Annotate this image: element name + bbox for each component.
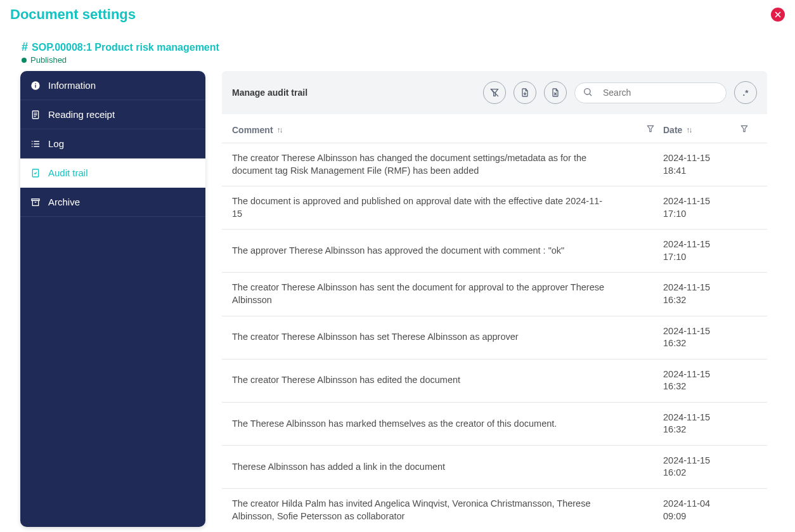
filter-off-icon bbox=[489, 88, 500, 98]
filter-icon[interactable] bbox=[740, 124, 749, 135]
svg-point-24 bbox=[585, 88, 590, 94]
sidebar: Information Reading receipt Log Audit tr… bbox=[20, 71, 205, 527]
export-doc-button[interactable] bbox=[514, 81, 536, 104]
cell-comment: The creator Therese Albinsson has edited… bbox=[232, 368, 638, 393]
status-badge: Published bbox=[22, 55, 795, 65]
scroll-area[interactable]: Manage audit trail bbox=[222, 71, 776, 527]
file-excel-icon bbox=[550, 88, 560, 98]
cell-date: 2024-11-04 09:09 bbox=[663, 498, 732, 522]
sidebar-item-archive[interactable]: Archive bbox=[20, 188, 205, 217]
filter-icon[interactable] bbox=[646, 124, 655, 135]
receipt-icon bbox=[30, 110, 41, 120]
table-row[interactable]: The document is approved and published o… bbox=[222, 186, 767, 230]
svg-rect-4 bbox=[35, 83, 36, 84]
column-date-header[interactable]: Date bbox=[663, 125, 682, 135]
svg-rect-3 bbox=[35, 84, 36, 88]
main-content: Manage audit trail bbox=[222, 71, 795, 527]
svg-rect-17 bbox=[32, 200, 38, 205]
search-box[interactable] bbox=[574, 82, 727, 103]
sort-icon[interactable]: ↑↓ bbox=[277, 126, 282, 134]
sidebar-item-label: Information bbox=[48, 80, 96, 91]
document-header: # SOP.00008:1 Product risk management Pu… bbox=[0, 28, 795, 71]
cell-date: 2024-11-15 16:02 bbox=[663, 455, 732, 479]
panel-title: Manage audit trail bbox=[232, 88, 307, 98]
table-header: Comment ↑↓ Date ↑↓ bbox=[222, 114, 767, 143]
cell-date: 2024-11-15 17:10 bbox=[663, 238, 732, 263]
clear-filter-button[interactable] bbox=[483, 81, 506, 104]
table-row[interactable]: Therese Albinsson has added a link in th… bbox=[222, 446, 767, 489]
status-text: Published bbox=[30, 55, 67, 65]
panel-header: Manage audit trail bbox=[222, 71, 767, 114]
sort-icon[interactable]: ↑↓ bbox=[686, 126, 691, 134]
search-icon bbox=[583, 87, 598, 99]
cell-date: 2024-11-15 17:10 bbox=[663, 195, 732, 220]
table-row[interactable]: The creator Therese Albinsson has change… bbox=[222, 143, 767, 186]
close-icon bbox=[774, 11, 782, 18]
cell-date: 2024-11-15 18:41 bbox=[663, 152, 732, 177]
status-dot-icon bbox=[22, 58, 27, 63]
archive-icon bbox=[30, 197, 41, 207]
cell-date: 2024-11-15 16:32 bbox=[663, 282, 732, 306]
table-row[interactable]: The creator Therese Albinsson has set Th… bbox=[222, 316, 767, 360]
export-excel-button[interactable] bbox=[544, 81, 567, 104]
close-button[interactable] bbox=[771, 8, 785, 22]
sidebar-item-audit-trail[interactable]: Audit trail bbox=[20, 159, 205, 188]
svg-marker-26 bbox=[647, 126, 653, 131]
table-row[interactable]: The creator Hilda Palm has invited Angel… bbox=[222, 489, 767, 527]
cell-date: 2024-11-15 16:32 bbox=[663, 368, 732, 393]
cell-comment: The creator Hilda Palm has invited Angel… bbox=[232, 498, 638, 522]
cell-comment: The document is approved and published o… bbox=[232, 195, 638, 220]
table-row[interactable]: The creator Therese Albinsson has edited… bbox=[222, 360, 767, 403]
svg-marker-27 bbox=[741, 126, 747, 131]
sidebar-item-reading-receipt[interactable]: Reading receipt bbox=[20, 100, 205, 129]
hash-icon: # bbox=[22, 41, 28, 54]
sidebar-item-information[interactable]: Information bbox=[20, 71, 205, 100]
regex-icon: .* bbox=[743, 88, 749, 98]
table-row[interactable]: The creator Therese Albinsson has sent t… bbox=[222, 273, 767, 316]
svg-line-25 bbox=[590, 94, 591, 96]
sidebar-item-label: Reading receipt bbox=[48, 109, 115, 120]
file-icon bbox=[520, 88, 530, 98]
search-input[interactable] bbox=[603, 88, 718, 98]
sidebar-item-label: Audit trail bbox=[48, 167, 88, 178]
table-body: The creator Therese Albinsson has change… bbox=[222, 143, 767, 527]
audit-icon bbox=[30, 168, 41, 178]
table-row[interactable]: The Therese Albinsson has marked themsel… bbox=[222, 403, 767, 446]
cell-date: 2024-11-15 16:32 bbox=[663, 412, 732, 436]
regex-toggle-button[interactable]: .* bbox=[734, 81, 757, 104]
info-icon bbox=[30, 81, 41, 91]
sidebar-item-label: Archive bbox=[48, 197, 80, 207]
cell-comment: The Therese Albinsson has marked themsel… bbox=[232, 412, 638, 436]
column-comment-header[interactable]: Comment bbox=[232, 125, 273, 135]
table-row[interactable]: The approver Therese Albinsson has appro… bbox=[222, 230, 767, 273]
sidebar-item-log[interactable]: Log bbox=[20, 129, 205, 159]
cell-comment: The creator Therese Albinsson has sent t… bbox=[232, 282, 638, 306]
document-title[interactable]: # SOP.00008:1 Product risk management bbox=[22, 41, 795, 54]
cell-comment: The creator Therese Albinsson has change… bbox=[232, 152, 638, 177]
sidebar-item-label: Log bbox=[48, 138, 64, 149]
cell-comment: Therese Albinsson has added a link in th… bbox=[232, 455, 638, 479]
page-title: Document settings bbox=[10, 6, 136, 23]
log-icon bbox=[30, 139, 41, 149]
cell-comment: The approver Therese Albinsson has appro… bbox=[232, 238, 638, 263]
cell-comment: The creator Therese Albinsson has set Th… bbox=[232, 325, 638, 350]
document-title-text: SOP.00008:1 Product risk management bbox=[32, 42, 219, 53]
cell-date: 2024-11-15 16:32 bbox=[663, 325, 732, 350]
